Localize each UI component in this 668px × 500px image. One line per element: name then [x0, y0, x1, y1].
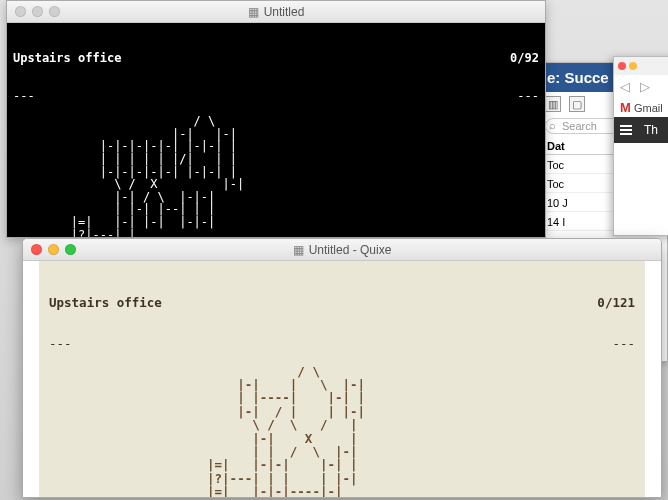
trash-icon[interactable]: ▢ — [569, 96, 585, 112]
ascii-map: / \ |-| |-| |-|-|-|-|-| |-|-| | | | | | … — [13, 115, 539, 237]
document-icon — [248, 5, 259, 19]
status-location: Upstairs office — [13, 52, 121, 65]
status-score-moves: 0/121 — [597, 296, 635, 309]
ascii-map: / \ |-| | \ |-| | |----| |-| | |-| / | |… — [49, 365, 635, 498]
win1-game-area[interactable]: Upstairs office 0/92 --- --- / \ |-| |-|… — [7, 23, 545, 237]
minimize-icon[interactable] — [48, 244, 59, 255]
win1-window-controls — [15, 6, 60, 17]
gmail-m-icon: M — [620, 100, 631, 115]
win1-title: Untitled — [264, 5, 305, 19]
close-icon[interactable] — [31, 244, 42, 255]
gmail-window: ◁ ▷ M Gmail Th — [613, 56, 668, 236]
gmail-titlebar — [614, 57, 668, 75]
status-sub-left: --- — [49, 337, 72, 350]
minimize-icon[interactable] — [32, 6, 43, 17]
gmail-sidebar-text: Th — [644, 123, 658, 137]
gmail-nav: ◁ ▷ — [614, 75, 668, 98]
win2-window-controls — [31, 244, 76, 255]
document-icon — [293, 243, 304, 257]
status-score-moves: 0/92 — [510, 52, 539, 65]
close-icon[interactable] — [15, 6, 26, 17]
win1-titlebar[interactable]: Untitled — [7, 1, 545, 23]
dark-interpreter-window: Untitled Upstairs office 0/92 --- --- / … — [6, 0, 546, 238]
hamburger-icon[interactable] — [620, 125, 632, 135]
status-sub-right: --- — [517, 90, 539, 103]
minimize-icon[interactable] — [629, 62, 637, 70]
win2-game-area[interactable]: Upstairs office 0/121 --- --- / \ |-| | … — [39, 261, 645, 497]
nav-back-icon[interactable]: ◁ — [620, 79, 630, 94]
gmail-label: Gmail — [634, 102, 663, 114]
status-location: Upstairs office — [49, 296, 162, 309]
win2-title: Untitled - Quixe — [309, 243, 392, 257]
quixe-interpreter-window: Untitled - Quixe Upstairs office 0/121 -… — [22, 238, 662, 498]
win2-titlebar[interactable]: Untitled - Quixe — [23, 239, 661, 261]
gmail-dark-strip: Th — [614, 117, 668, 143]
close-icon[interactable] — [618, 62, 626, 70]
zoom-icon[interactable] — [65, 244, 76, 255]
zoom-icon[interactable] — [49, 6, 60, 17]
gmail-logo: M Gmail — [614, 98, 668, 117]
status-sub-right: --- — [612, 337, 635, 350]
status-sub-left: --- — [13, 90, 35, 103]
nav-forward-icon[interactable]: ▷ — [640, 79, 650, 94]
archive-icon[interactable]: ▥ — [545, 96, 561, 112]
